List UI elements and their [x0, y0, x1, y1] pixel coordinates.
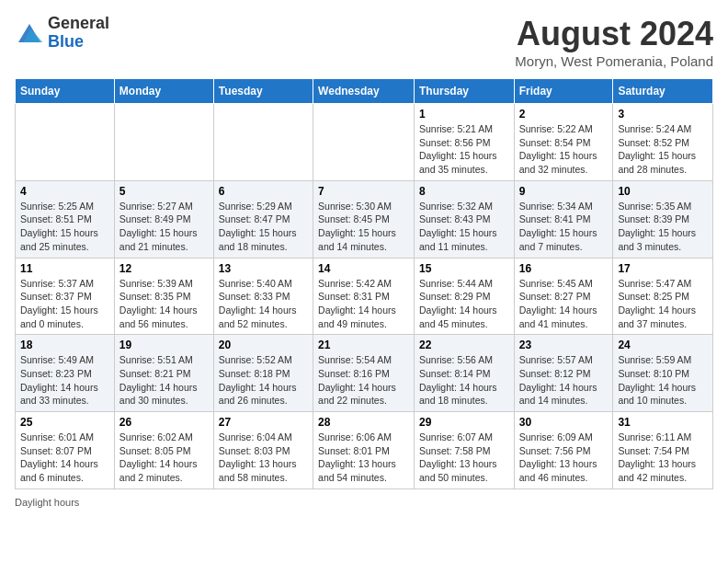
calendar-day-header: Thursday [414, 79, 514, 104]
day-info: Sunrise: 5:30 AMSunset: 8:45 PMDaylight:… [318, 200, 409, 254]
logo-text: General Blue [48, 15, 109, 52]
day-number: 8 [419, 185, 509, 198]
day-number: 6 [219, 185, 308, 198]
calendar-day-cell: 25Sunrise: 6:01 AMSunset: 8:07 PMDayligh… [16, 412, 115, 489]
calendar-day-header: Tuesday [213, 79, 313, 104]
day-info: Sunrise: 5:57 AMSunset: 8:12 PMDaylight:… [519, 353, 609, 408]
page-header: General Blue August 2024 Moryn, West Pom… [15, 15, 713, 69]
calendar-day-cell: 8Sunrise: 5:32 AMSunset: 8:43 PMDaylight… [414, 180, 514, 258]
day-info: Sunrise: 5:56 AMSunset: 8:14 PMDaylight:… [419, 353, 509, 408]
day-info: Sunrise: 5:51 AMSunset: 8:21 PMDaylight:… [119, 353, 209, 408]
calendar-day-header: Saturday [613, 79, 713, 104]
calendar-day-cell: 20Sunrise: 5:52 AMSunset: 8:18 PMDayligh… [213, 335, 313, 412]
day-number: 10 [618, 185, 708, 198]
day-number: 2 [519, 108, 609, 121]
calendar-day-cell: 23Sunrise: 5:57 AMSunset: 8:12 PMDayligh… [514, 335, 613, 412]
day-info: Sunrise: 6:09 AMSunset: 7:56 PMDaylight:… [519, 431, 609, 485]
day-info: Sunrise: 6:04 AMSunset: 8:03 PMDaylight:… [219, 431, 308, 485]
day-info: Sunrise: 5:44 AMSunset: 8:29 PMDaylight:… [419, 277, 509, 331]
calendar-day-cell: 29Sunrise: 6:07 AMSunset: 7:58 PMDayligh… [414, 412, 514, 489]
day-info: Sunrise: 5:45 AMSunset: 8:27 PMDaylight:… [519, 277, 609, 331]
day-info: Sunrise: 5:29 AMSunset: 8:47 PMDaylight:… [219, 200, 308, 254]
day-number: 23 [519, 339, 609, 351]
day-info: Sunrise: 5:21 AMSunset: 8:56 PMDaylight:… [419, 122, 509, 177]
calendar-day-cell [114, 104, 213, 181]
day-number: 18 [20, 339, 109, 351]
day-info: Sunrise: 5:34 AMSunset: 8:41 PMDaylight:… [519, 200, 609, 254]
day-info: Sunrise: 5:35 AMSunset: 8:39 PMDaylight:… [618, 200, 708, 254]
calendar-week-row: 25Sunrise: 6:01 AMSunset: 8:07 PMDayligh… [16, 412, 713, 489]
day-info: Sunrise: 5:49 AMSunset: 8:23 PMDaylight:… [20, 353, 109, 408]
day-info: Sunrise: 5:24 AMSunset: 8:52 PMDaylight:… [618, 122, 708, 177]
calendar-week-row: 1Sunrise: 5:21 AMSunset: 8:56 PMDaylight… [16, 104, 713, 181]
day-number: 12 [119, 262, 209, 275]
calendar-day-cell: 16Sunrise: 5:45 AMSunset: 8:27 PMDayligh… [514, 258, 613, 335]
day-info: Sunrise: 5:40 AMSunset: 8:33 PMDaylight:… [219, 277, 308, 331]
title-block: August 2024 Moryn, West Pomerania, Polan… [515, 15, 713, 69]
calendar-day-cell: 18Sunrise: 5:49 AMSunset: 8:23 PMDayligh… [16, 335, 115, 412]
calendar-day-cell: 14Sunrise: 5:42 AMSunset: 8:31 PMDayligh… [313, 258, 415, 335]
day-number: 7 [318, 185, 409, 198]
calendar-day-cell: 5Sunrise: 5:27 AMSunset: 8:49 PMDaylight… [114, 180, 213, 258]
day-number: 22 [419, 339, 509, 351]
calendar-day-cell: 27Sunrise: 6:04 AMSunset: 8:03 PMDayligh… [213, 412, 313, 489]
day-number: 16 [519, 262, 609, 275]
day-info: Sunrise: 5:52 AMSunset: 8:18 PMDaylight:… [219, 353, 308, 408]
calendar-day-cell: 30Sunrise: 6:09 AMSunset: 7:56 PMDayligh… [514, 412, 613, 489]
day-info: Sunrise: 6:07 AMSunset: 7:58 PMDaylight:… [419, 431, 509, 485]
calendar-day-cell: 22Sunrise: 5:56 AMSunset: 8:14 PMDayligh… [414, 335, 514, 412]
day-info: Sunrise: 5:47 AMSunset: 8:25 PMDaylight:… [618, 277, 708, 331]
day-number: 19 [119, 339, 209, 351]
logo-general: General [48, 14, 109, 32]
day-info: Sunrise: 5:32 AMSunset: 8:43 PMDaylight:… [419, 200, 509, 254]
calendar-day-cell: 6Sunrise: 5:29 AMSunset: 8:47 PMDaylight… [213, 180, 313, 258]
calendar-day-cell: 24Sunrise: 5:59 AMSunset: 8:10 PMDayligh… [613, 335, 713, 412]
calendar-day-cell: 7Sunrise: 5:30 AMSunset: 8:45 PMDaylight… [313, 180, 415, 258]
calendar-header-row: SundayMondayTuesdayWednesdayThursdayFrid… [16, 79, 713, 104]
day-number: 5 [119, 185, 209, 198]
day-number: 29 [419, 416, 509, 429]
day-number: 14 [318, 262, 409, 275]
day-info: Sunrise: 5:42 AMSunset: 8:31 PMDaylight:… [318, 277, 409, 331]
location-subtitle: Moryn, West Pomerania, Poland [515, 53, 713, 69]
calendar-day-header: Friday [514, 79, 613, 104]
calendar-day-cell: 13Sunrise: 5:40 AMSunset: 8:33 PMDayligh… [213, 258, 313, 335]
day-number: 20 [219, 339, 308, 351]
day-number: 31 [618, 416, 708, 429]
calendar-day-cell: 3Sunrise: 5:24 AMSunset: 8:52 PMDaylight… [613, 104, 713, 181]
calendar-day-cell: 10Sunrise: 5:35 AMSunset: 8:39 PMDayligh… [613, 180, 713, 258]
day-number: 25 [20, 416, 109, 429]
day-info: Sunrise: 6:11 AMSunset: 7:54 PMDaylight:… [618, 431, 708, 485]
day-number: 13 [219, 262, 308, 275]
calendar-week-row: 11Sunrise: 5:37 AMSunset: 8:37 PMDayligh… [16, 258, 713, 335]
calendar-day-cell [313, 104, 415, 181]
calendar-week-row: 4Sunrise: 5:25 AMSunset: 8:51 PMDaylight… [16, 180, 713, 258]
day-info: Sunrise: 6:01 AMSunset: 8:07 PMDaylight:… [20, 431, 109, 485]
calendar-table: SundayMondayTuesdayWednesdayThursdayFrid… [15, 78, 713, 489]
day-info: Sunrise: 5:59 AMSunset: 8:10 PMDaylight:… [618, 353, 708, 408]
day-number: 15 [419, 262, 509, 275]
calendar-day-cell: 15Sunrise: 5:44 AMSunset: 8:29 PMDayligh… [414, 258, 514, 335]
calendar-day-cell: 9Sunrise: 5:34 AMSunset: 8:41 PMDaylight… [514, 180, 613, 258]
logo-blue: Blue [48, 32, 84, 51]
calendar-day-cell: 21Sunrise: 5:54 AMSunset: 8:16 PMDayligh… [313, 335, 415, 412]
day-number: 28 [318, 416, 409, 429]
day-info: Sunrise: 6:02 AMSunset: 8:05 PMDaylight:… [119, 431, 209, 485]
day-info: Sunrise: 5:25 AMSunset: 8:51 PMDaylight:… [20, 200, 109, 254]
calendar-day-cell: 4Sunrise: 5:25 AMSunset: 8:51 PMDaylight… [16, 180, 115, 258]
calendar-day-cell: 17Sunrise: 5:47 AMSunset: 8:25 PMDayligh… [613, 258, 713, 335]
calendar-day-cell [16, 104, 115, 181]
calendar-day-cell: 2Sunrise: 5:22 AMSunset: 8:54 PMDaylight… [514, 104, 613, 181]
day-info: Sunrise: 5:39 AMSunset: 8:35 PMDaylight:… [119, 277, 209, 331]
day-number: 24 [618, 339, 708, 351]
logo: General Blue [15, 15, 109, 52]
logo-icon [15, 20, 44, 46]
day-number: 9 [519, 185, 609, 198]
day-info: Sunrise: 5:22 AMSunset: 8:54 PMDaylight:… [519, 122, 609, 177]
calendar-day-cell: 19Sunrise: 5:51 AMSunset: 8:21 PMDayligh… [114, 335, 213, 412]
day-number: 26 [119, 416, 209, 429]
calendar-week-row: 18Sunrise: 5:49 AMSunset: 8:23 PMDayligh… [16, 335, 713, 412]
day-number: 11 [20, 262, 109, 275]
day-info: Sunrise: 6:06 AMSunset: 8:01 PMDaylight:… [318, 431, 409, 485]
day-number: 3 [618, 108, 708, 121]
